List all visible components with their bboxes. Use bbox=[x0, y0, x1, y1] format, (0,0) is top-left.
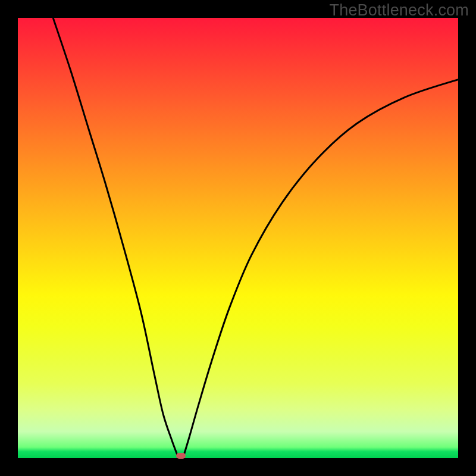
curve-right-branch bbox=[183, 80, 459, 458]
bottleneck-marker bbox=[176, 453, 186, 459]
curve-left-branch bbox=[53, 18, 178, 458]
curve-layer bbox=[18, 18, 458, 458]
plot-area bbox=[18, 18, 458, 458]
frame: TheBottleneck.com bbox=[0, 0, 476, 476]
watermark-text: TheBottleneck.com bbox=[329, 1, 469, 20]
